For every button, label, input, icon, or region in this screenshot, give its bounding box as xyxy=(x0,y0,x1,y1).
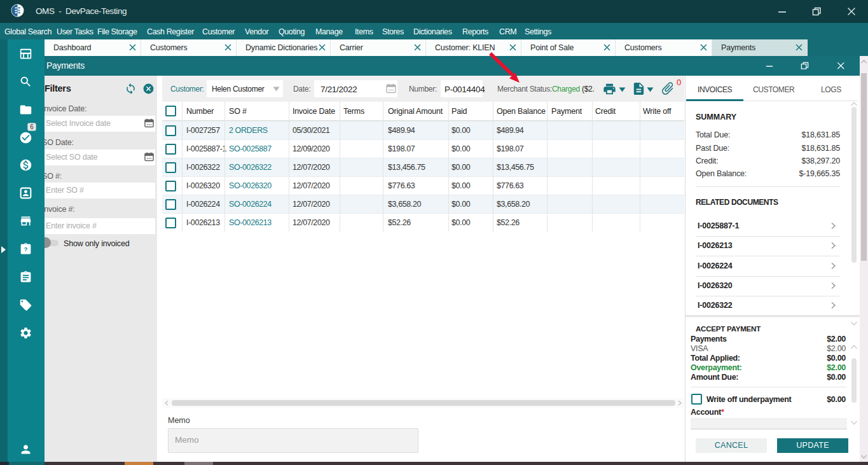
svg-text:?: ? xyxy=(24,246,28,253)
